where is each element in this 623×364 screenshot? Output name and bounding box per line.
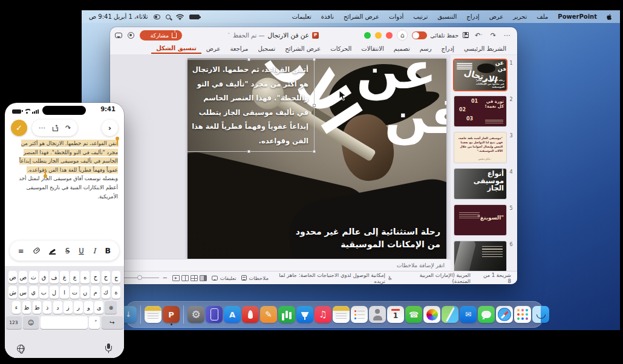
key-ة[interactable]: ة [112, 286, 121, 299]
ribbon-tab[interactable]: الانتقالات [356, 44, 389, 53]
powerpoint-icon[interactable]: P [163, 306, 180, 323]
maps-icon[interactable] [442, 306, 458, 323]
comment-icon[interactable] [115, 33, 122, 38]
settings-icon[interactable]: ⚙ [188, 306, 204, 323]
numbers-key[interactable]: 123 [6, 316, 22, 329]
ribbon-tab[interactable]: مراجعة [225, 44, 253, 53]
notes-document-icon[interactable] [145, 306, 161, 323]
save-icon[interactable] [463, 32, 469, 38]
app-store-icon[interactable]: A [224, 306, 241, 323]
key-ح[interactable]: ح [102, 271, 111, 284]
iphone-mirroring-window[interactable]: 9:41 ✓ ⋯ ↑ ↷ › أتقن القواعد، ثم حطمها. ا… [5, 103, 124, 358]
ribbon-tab[interactable]: رسم [415, 44, 437, 53]
minimize-window-button[interactable] [375, 32, 382, 39]
ribbon-tab[interactable]: إدراج [437, 44, 459, 53]
menu-item[interactable]: ملف [532, 13, 553, 20]
slide-title-word-2[interactable]: فن [384, 90, 446, 141]
ribbon-tab[interactable]: تصميم [389, 44, 415, 53]
redo-icon[interactable]: ↷ [65, 124, 71, 132]
key-د[interactable]: د [53, 301, 62, 314]
slide-canvas[interactable]: الارتجال عن فن أتقن القواعد، ثم حطمها. ا… [188, 59, 446, 259]
dock[interactable]: ↓P⚙A✎♫1☎✉ [126, 301, 543, 328]
ribbon-tab[interactable]: عرض [201, 44, 226, 53]
slide-body-text[interactable]: أتقن القواعد، ثم حطمها. الارتجال هو أكثر… [190, 63, 308, 148]
language-indicator[interactable]: العربية (الإمارات العربية المتحدة) [401, 272, 471, 284]
numbers-icon[interactable] [278, 306, 295, 323]
key-ز[interactable]: ز [64, 301, 73, 314]
forward-chevron-icon[interactable]: › [102, 120, 118, 136]
underline-button[interactable]: U [79, 247, 83, 255]
notes-button[interactable]: ملاحظات [241, 275, 269, 281]
selected-text-box[interactable]: أتقن القواعد، ثم حطمها. الارتجال هو أكثر… [188, 59, 315, 152]
resize-handle[interactable] [313, 59, 316, 61]
strikethrough-button[interactable]: S [65, 247, 70, 255]
normal-view-button[interactable] [200, 275, 207, 281]
highlighter-icon[interactable] [49, 247, 56, 255]
resize-handle[interactable] [247, 59, 250, 61]
key-ء[interactable]: ء [12, 301, 21, 314]
finder-icon[interactable] [532, 306, 549, 323]
key-ع[interactable]: ع [70, 271, 79, 284]
mail-icon[interactable]: ✉ [460, 306, 477, 323]
key-س[interactable]: س [19, 286, 28, 299]
key-ظ[interactable]: ظ [22, 301, 31, 314]
link-icon[interactable] [33, 247, 41, 254]
menu-item[interactable]: التنسيق [432, 13, 462, 20]
zoom-slider[interactable] [124, 278, 159, 279]
ribbon-tab[interactable]: تنسيق الشكل [151, 44, 201, 54]
iphone-text-editor[interactable]: أتقن القواعد، ثم حطمها. الارتجال هو أكثر… [11, 139, 118, 201]
editor-text[interactable]: وبفضله توسعت آفاق موسيقى الجاز لتمثل أحد… [19, 175, 118, 199]
selected-text[interactable]: أتقن القواعد، ثم حطمها. الارتجال هو أكثر… [19, 140, 118, 173]
slide-sorter-view-button[interactable] [191, 275, 198, 281]
italic-button[interactable]: I [93, 247, 96, 255]
dictation-mic-icon[interactable] [105, 343, 112, 353]
list-format-icon[interactable]: ≡ [18, 247, 24, 255]
key-ث[interactable]: ث [29, 271, 38, 284]
key-ب[interactable]: ب [39, 286, 48, 299]
menu-app-name[interactable]: PowerPoint [553, 13, 602, 20]
menu-item[interactable]: نافذة [316, 13, 339, 20]
home-icon[interactable]: ⌂ [397, 30, 408, 41]
title-chevron-icon[interactable]: ˇ [227, 33, 230, 37]
ribbon-tab[interactable]: الحركات [325, 44, 356, 53]
key-خ[interactable]: خ [91, 271, 100, 284]
key-ت[interactable]: ت [70, 286, 79, 299]
control-center-icon[interactable] [154, 15, 160, 19]
menu-item[interactable]: عرض الشرائح [339, 13, 384, 20]
return-key[interactable]: ↪ [102, 316, 123, 329]
selection-handle-start[interactable] [116, 137, 119, 140]
slide-thumbnail-2[interactable]: ثورة في كل نغمة! 01 02 03 [454, 96, 506, 126]
notes-bar[interactable]: انقر لإضافة ملاحظات [110, 259, 451, 271]
key-ط[interactable]: ط [33, 301, 42, 314]
iphone-mirroring-icon[interactable] [206, 306, 223, 323]
menu-item[interactable]: عرض [484, 13, 509, 20]
slide-thumbnail-6[interactable] [454, 241, 506, 271]
autosave-toggle[interactable] [412, 31, 427, 39]
menu-item[interactable]: إدراج [462, 13, 484, 20]
redo-icon[interactable]: ↷ [489, 31, 498, 39]
notes-icon[interactable] [333, 306, 350, 323]
undo-icon[interactable]: ↶ˇ [473, 31, 484, 39]
emoji-key[interactable]: ☺ [23, 316, 39, 329]
key-ل[interactable]: ل [50, 286, 59, 299]
slide-thumbnail-3[interactable]: "موسيقى الجاز أشبه بلغة خاصة، فهي تتيح ل… [454, 132, 506, 163]
resize-handle[interactable] [313, 150, 316, 153]
menu-item[interactable]: تعليمات [287, 13, 316, 20]
key-ك[interactable]: ك [102, 286, 111, 299]
backspace-key[interactable]: ⊗ [105, 301, 117, 314]
key-م[interactable]: م [91, 286, 100, 299]
ribbon-tab[interactable]: الشريط الرئيسي [459, 44, 511, 53]
rocket-app-icon[interactable] [242, 306, 259, 323]
battery-icon[interactable] [189, 15, 200, 19]
launchpad-icon[interactable] [514, 306, 531, 323]
bold-button[interactable]: B [105, 246, 111, 255]
key-ص[interactable]: ص [19, 271, 28, 284]
key-غ[interactable]: غ [60, 271, 69, 284]
key-ذ[interactable]: ذ [43, 301, 52, 314]
share-button[interactable]: مشاركة ˇ [140, 30, 182, 41]
safari-icon[interactable] [496, 306, 513, 323]
key-ه[interactable]: ه [80, 271, 90, 284]
share-icon[interactable]: ↑ [53, 125, 58, 131]
resize-handle[interactable] [313, 104, 316, 107]
key-ض[interactable]: ض [8, 271, 18, 284]
